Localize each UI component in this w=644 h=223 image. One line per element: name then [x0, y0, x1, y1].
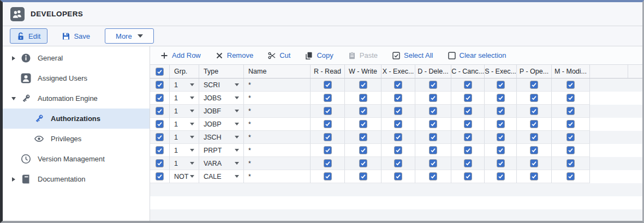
perm-checkbox-checked[interactable]: [324, 120, 332, 128]
perm-checkbox-checked[interactable]: [530, 146, 538, 154]
grp-dropdown[interactable]: 1: [170, 118, 199, 131]
row-checkbox-checked[interactable]: [156, 81, 164, 89]
perm-checkbox-checked[interactable]: [530, 81, 538, 89]
row-checkbox-checked[interactable]: [156, 133, 164, 141]
expander-collapsed-icon[interactable]: [10, 177, 17, 182]
copy-button[interactable]: Copy: [305, 51, 333, 59]
perm-checkbox-checked[interactable]: [530, 159, 538, 167]
row-checkbox-checked[interactable]: [156, 172, 164, 180]
type-dropdown[interactable]: JOBP: [199, 118, 244, 131]
perm-checkbox-checked[interactable]: [359, 81, 367, 89]
perm-checkbox-checked[interactable]: [324, 81, 332, 89]
select-all-button[interactable]: Select All: [392, 51, 433, 59]
expander-expanded-icon[interactable]: [10, 97, 17, 100]
expander-collapsed-icon[interactable]: [10, 56, 17, 61]
sidebar-item-automation-engine[interactable]: Automation Engine: [3, 88, 150, 109]
perm-checkbox-checked[interactable]: [464, 94, 472, 102]
perm-checkbox-checked[interactable]: [359, 120, 367, 128]
clear-selection-button[interactable]: Clear selection: [448, 51, 506, 59]
perm-checkbox-checked[interactable]: [464, 159, 472, 167]
type-dropdown[interactable]: PRPT: [199, 144, 244, 157]
type-dropdown[interactable]: JOBF: [199, 105, 244, 118]
perm-checkbox-checked[interactable]: [567, 133, 575, 141]
perm-checkbox-checked[interactable]: [429, 133, 437, 141]
header-checkbox-checked[interactable]: [156, 68, 164, 76]
name-cell[interactable]: *: [244, 118, 311, 131]
row-checkbox-checked[interactable]: [156, 94, 164, 102]
cut-button[interactable]: Cut: [268, 51, 290, 59]
perm-checkbox-checked[interactable]: [324, 107, 332, 115]
perm-checkbox-checked[interactable]: [394, 159, 402, 167]
remove-button[interactable]: Remove: [216, 51, 253, 59]
grp-dropdown[interactable]: NOT: [170, 170, 199, 183]
perm-checkbox-checked[interactable]: [464, 120, 472, 128]
perm-checkbox-checked[interactable]: [359, 172, 367, 180]
perm-checkbox-checked[interactable]: [324, 94, 332, 102]
perm-checkbox-checked[interactable]: [429, 172, 437, 180]
type-dropdown[interactable]: VARA: [199, 157, 244, 170]
row-checkbox-checked[interactable]: [156, 120, 164, 128]
perm-checkbox-checked[interactable]: [530, 172, 538, 180]
perm-checkbox-checked[interactable]: [394, 133, 402, 141]
row-checkbox-checked[interactable]: [156, 146, 164, 154]
row-checkbox-checked[interactable]: [156, 159, 164, 167]
grp-dropdown[interactable]: 1: [170, 131, 199, 144]
perm-checkbox-checked[interactable]: [429, 146, 437, 154]
perm-checkbox-checked[interactable]: [530, 107, 538, 115]
name-cell[interactable]: *: [244, 157, 311, 170]
perm-checkbox-checked[interactable]: [429, 159, 437, 167]
type-dropdown[interactable]: JOBS: [199, 92, 244, 105]
perm-checkbox-checked[interactable]: [324, 146, 332, 154]
perm-checkbox-checked[interactable]: [394, 81, 402, 89]
grp-dropdown[interactable]: 1: [170, 79, 199, 92]
grp-dropdown[interactable]: 1: [170, 157, 199, 170]
perm-checkbox-checked[interactable]: [464, 146, 472, 154]
sidebar-item-assigned-users[interactable]: Assigned Users: [3, 68, 150, 88]
perm-checkbox-checked[interactable]: [497, 159, 505, 167]
perm-checkbox-checked[interactable]: [497, 94, 505, 102]
edit-button[interactable]: Edit: [10, 28, 47, 44]
grp-dropdown[interactable]: 1: [170, 144, 199, 157]
perm-checkbox-checked[interactable]: [464, 172, 472, 180]
perm-checkbox-checked[interactable]: [567, 107, 575, 115]
perm-checkbox-checked[interactable]: [567, 94, 575, 102]
perm-checkbox-checked[interactable]: [530, 133, 538, 141]
perm-checkbox-checked[interactable]: [394, 107, 402, 115]
sidebar-item-general[interactable]: General: [3, 48, 150, 68]
perm-checkbox-checked[interactable]: [359, 133, 367, 141]
grp-dropdown[interactable]: 1: [170, 92, 199, 105]
grp-dropdown[interactable]: 1: [170, 105, 199, 118]
perm-checkbox-checked[interactable]: [394, 120, 402, 128]
perm-checkbox-checked[interactable]: [429, 120, 437, 128]
save-button[interactable]: Save: [55, 28, 97, 44]
perm-checkbox-checked[interactable]: [359, 107, 367, 115]
perm-checkbox-checked[interactable]: [497, 133, 505, 141]
perm-checkbox-checked[interactable]: [359, 146, 367, 154]
type-dropdown[interactable]: JSCH: [199, 131, 244, 144]
perm-checkbox-checked[interactable]: [497, 120, 505, 128]
type-dropdown[interactable]: SCRI: [199, 79, 244, 92]
perm-checkbox-checked[interactable]: [394, 172, 402, 180]
name-cell[interactable]: *: [244, 105, 311, 118]
perm-checkbox-checked[interactable]: [359, 159, 367, 167]
add-row-button[interactable]: Add Row: [160, 51, 201, 59]
perm-checkbox-checked[interactable]: [497, 81, 505, 89]
sidebar-item-version-management[interactable]: Version Management: [3, 149, 150, 169]
perm-checkbox-checked[interactable]: [464, 107, 472, 115]
perm-checkbox-checked[interactable]: [567, 159, 575, 167]
perm-checkbox-checked[interactable]: [567, 146, 575, 154]
perm-checkbox-checked[interactable]: [324, 159, 332, 167]
name-cell[interactable]: *: [244, 92, 311, 105]
perm-checkbox-checked[interactable]: [359, 94, 367, 102]
perm-checkbox-checked[interactable]: [530, 94, 538, 102]
perm-checkbox-checked[interactable]: [324, 133, 332, 141]
perm-checkbox-checked[interactable]: [530, 120, 538, 128]
perm-checkbox-checked[interactable]: [497, 146, 505, 154]
perm-checkbox-checked[interactable]: [324, 172, 332, 180]
perm-checkbox-checked[interactable]: [429, 81, 437, 89]
perm-checkbox-checked[interactable]: [567, 81, 575, 89]
sidebar-item-documentation[interactable]: Documentation: [3, 169, 150, 189]
perm-checkbox-checked[interactable]: [464, 81, 472, 89]
sidebar-item-privileges[interactable]: Privileges: [3, 129, 150, 149]
perm-checkbox-checked[interactable]: [394, 146, 402, 154]
